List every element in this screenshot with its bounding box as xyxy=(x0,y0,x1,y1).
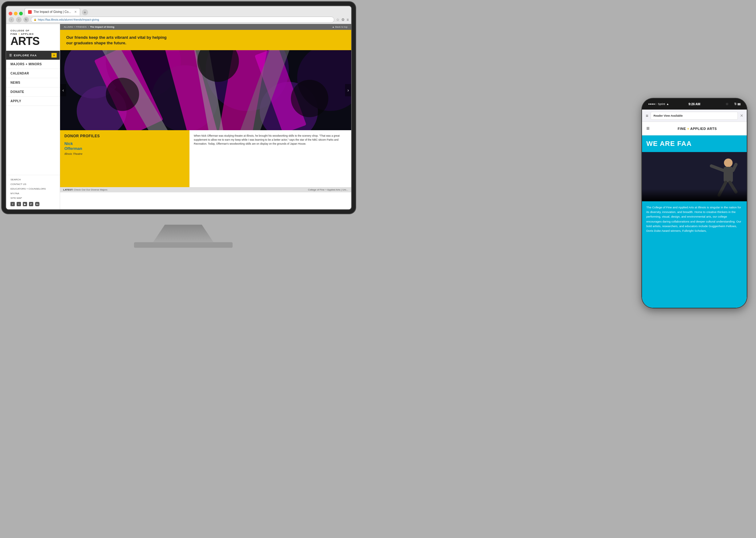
svg-rect-35 xyxy=(724,167,733,182)
bottom-bar: LATEST: Check Out Our Diverse Majors Col… xyxy=(60,187,351,192)
tab-close-icon[interactable]: ✕ xyxy=(74,10,77,14)
signal-dots: ●●●●○ xyxy=(648,102,657,106)
donor-quote-text: When Nick Offerman was studying theatre … xyxy=(194,134,347,145)
toolbar-icons: ☆ ⚙ ≡ xyxy=(336,18,349,22)
sidebar-item-donate[interactable]: DONATE xyxy=(6,87,60,97)
browser-tabs: The Impact of Giving | Co... ✕ + xyxy=(9,8,349,15)
explore-label: EXPLORE FAA xyxy=(14,54,37,57)
status-icons: Ɓ ▮▮ xyxy=(734,102,741,106)
status-time: 9:26 AM xyxy=(689,102,700,106)
mobile-body-text: The College of Fine and Applied Arts at … xyxy=(642,201,747,308)
sidebar-item-news[interactable]: NEWS xyxy=(6,78,60,87)
carousel-prev-button[interactable]: ‹ xyxy=(60,84,66,96)
explore-bar[interactable]: ☰ EXPLORE FAA » xyxy=(6,51,60,60)
bluetooth-icon: Ɓ xyxy=(734,102,736,106)
search-link[interactable]: SEARCH xyxy=(11,178,55,181)
mobile-phone: ●●●●○ Sprint ▲ 9:26 AM Ɓ ▮▮ ≡ Reader Vie… xyxy=(642,98,747,308)
phone-status-bar: ●●●●○ Sprint ▲ 9:26 AM Ɓ ▮▮ xyxy=(642,98,747,110)
contact-link[interactable]: CONTACT US xyxy=(11,183,55,186)
sitemap-link[interactable]: SITE MAP xyxy=(11,197,55,199)
battery-icon: ▮▮ xyxy=(737,102,741,106)
phone-camera xyxy=(726,103,728,105)
tab-favicon xyxy=(28,10,32,14)
lock-icon: 🔒 xyxy=(33,18,37,21)
instagram-icon[interactable]: in xyxy=(35,202,39,206)
forward-button[interactable]: › xyxy=(16,17,22,23)
phone-screen: ≡ Reader View Available × ≡ FINE + APPLI… xyxy=(642,110,747,308)
tab-title: The Impact of Giving | Co... xyxy=(33,10,71,14)
donor-profiles-title: DONOR PROFILES xyxy=(64,134,185,138)
svg-line-36 xyxy=(711,166,724,171)
sidebar-nav: MAJORS + MINORS CALENDAR NEWS DONATE APP… xyxy=(6,60,60,175)
browser-chrome: The Impact of Giving | Co... ✕ + ‹ › ↻ 🔒… xyxy=(6,6,351,24)
pinterest-icon[interactable]: P xyxy=(29,202,33,206)
sidebar-item-apply[interactable]: APPLY xyxy=(6,97,60,106)
address-bar[interactable]: 🔒 https://faa.illinois.edu/alumni-friend… xyxy=(31,17,334,23)
social-icons: f t ▶ P in xyxy=(11,202,55,206)
close-button[interactable] xyxy=(9,12,12,15)
mobile-site-title: FINE + APPLIED ARTS xyxy=(652,127,742,131)
mobile-nav: ≡ FINE + APPLIED ARTS xyxy=(642,122,747,135)
youtube-icon[interactable]: ▶ xyxy=(23,202,27,206)
myfaa-link[interactable]: MY.FAA xyxy=(11,192,55,195)
monitor-screen: The Impact of Giving | Co... ✕ + ‹ › ↻ 🔒… xyxy=(6,6,351,209)
svg-point-31 xyxy=(106,78,139,111)
menu-icon[interactable]: ≡ xyxy=(346,18,349,22)
phone-browser-bar: ≡ Reader View Available × xyxy=(642,110,747,122)
hero-text: Our friends keep the arts vibrant and vi… xyxy=(66,35,171,46)
mobile-photo xyxy=(642,152,747,201)
mobile-hero-section: WE ARE FAA xyxy=(642,135,747,152)
monitor: The Impact of Giving | Co... ✕ + ‹ › ↻ 🔒… xyxy=(6,6,360,225)
carousel-next-button[interactable]: › xyxy=(345,84,351,96)
back-button[interactable]: ‹ xyxy=(9,17,14,23)
website: COLLEGE OF FINE + APPLIED ARTS ☰ EXPLORE… xyxy=(6,24,351,209)
main-content: ALUMNI + FRIENDS › The Impact of Giving … xyxy=(60,24,351,209)
browser-toolbar: ‹ › ↻ 🔒 https://faa.illinois.edu/alumni-… xyxy=(9,15,349,24)
star-icon[interactable]: ☆ xyxy=(336,18,340,22)
breadcrumb-current: The Impact of Giving xyxy=(90,26,114,28)
reader-view-text: Reader View Available xyxy=(654,114,683,117)
carrier-status: ●●●●○ Sprint ▲ xyxy=(648,102,669,106)
mobile-hamburger-icon[interactable]: ≡ xyxy=(646,125,650,132)
url-text: https://faa.illinois.edu/alumni-friends/… xyxy=(38,18,99,21)
phone-reader-view-bar[interactable]: Reader View Available xyxy=(651,112,737,120)
latest-label: LATEST: Check Out Our Diverse Majors xyxy=(63,188,107,191)
breadcrumb-separator: › xyxy=(88,26,89,28)
sidebar-item-majors[interactable]: MAJORS + MINORS xyxy=(6,60,60,69)
back-to-top[interactable]: ▲ Back to top xyxy=(332,26,347,28)
minimize-button[interactable] xyxy=(14,12,18,15)
donor-left: DONOR PROFILES Nick Offerman Illinois Th… xyxy=(60,130,189,187)
facebook-icon[interactable]: f xyxy=(11,202,15,206)
maximize-button[interactable] xyxy=(19,12,23,15)
twitter-icon[interactable]: t xyxy=(17,202,21,206)
mobile-hero-title: WE ARE FAA xyxy=(646,140,742,148)
svg-point-33 xyxy=(291,80,328,118)
explore-arrows[interactable]: » xyxy=(51,53,57,58)
monitor-base xyxy=(134,242,232,248)
mobile-body-paragraph: The College of Fine and Applied Arts at … xyxy=(646,205,742,233)
sidebar-bottom: SEARCH CONTACT US EDUCATORS + COUNSELORS… xyxy=(6,175,60,209)
abstract-svg xyxy=(60,50,351,130)
breadcrumb-parent[interactable]: ALUMNI + FRIENDS xyxy=(64,26,87,28)
phone-menu-icon[interactable]: ≡ xyxy=(646,113,648,118)
breadcrumb: ALUMNI + FRIENDS › The Impact of Giving … xyxy=(60,24,351,30)
latest-link[interactable]: Check Out Our Diverse Majors xyxy=(74,188,107,191)
monitor-stand xyxy=(153,225,214,243)
logo-arts-text: ARTS xyxy=(11,36,55,47)
donor-quote: When Nick Offerman was studying theatre … xyxy=(189,130,351,187)
sidebar-item-calendar[interactable]: CALENDAR xyxy=(6,69,60,78)
donor-unit: Illinois Theatre xyxy=(64,152,185,155)
phone-close-button[interactable]: × xyxy=(740,113,743,119)
site-title-fine: FINE xyxy=(678,127,687,131)
active-tab[interactable]: The Impact of Giving | Co... ✕ xyxy=(25,8,80,15)
hamburger-icon: ☰ xyxy=(9,54,12,57)
wifi-icon: ▲ xyxy=(666,102,669,106)
site-title-applied: APPLIED ARTS xyxy=(689,127,717,131)
educators-link[interactable]: EDUCATORS + COUNSELORS xyxy=(11,188,55,190)
sidebar: COLLEGE OF FINE + APPLIED ARTS ☰ EXPLORE… xyxy=(6,24,60,209)
refresh-button[interactable]: ↻ xyxy=(24,17,29,23)
hero-banner: Our friends keep the arts vibrant and vi… xyxy=(60,30,351,50)
settings-icon[interactable]: ⚙ xyxy=(341,18,345,22)
svg-line-37 xyxy=(733,164,736,171)
new-tab-button[interactable]: + xyxy=(82,9,88,15)
